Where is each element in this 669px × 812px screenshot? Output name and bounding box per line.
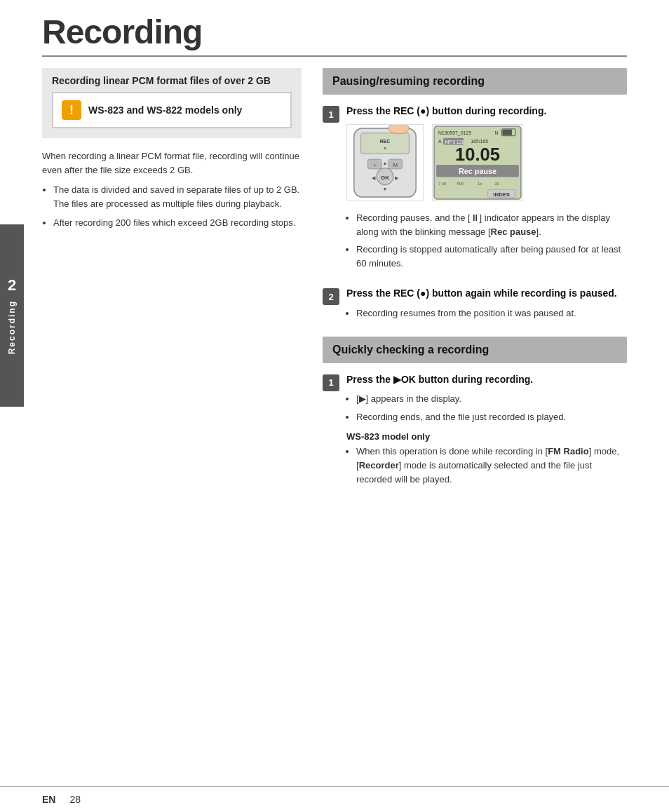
exclamation-icon: ! [62, 100, 81, 120]
svg-text:185/185: 185/185 [471, 138, 488, 143]
svg-text:A: A [438, 138, 442, 143]
bottom-bar: EN 28 [0, 786, 669, 812]
step-3-bullets: [▶] appears in the display. Recording en… [346, 392, 627, 424]
right-column: Pausing/resuming recording 1 Press the R… [323, 68, 627, 503]
step-2-content: Press the REC (●) button again while rec… [346, 287, 627, 324]
recorder-device-svg: REC ● + M OK ▲ ▼ ◀ ▶ [346, 124, 424, 201]
step-2-row: 2 Press the REC (●) button again while r… [323, 287, 627, 324]
language-label: EN [42, 794, 55, 805]
step-3-badge: 1 [323, 374, 339, 391]
side-tab-number: 2 [8, 276, 16, 295]
svg-text:▼: ▼ [383, 187, 388, 191]
main-content: Recording linear PCM format files of ove… [0, 68, 669, 503]
ws-model-bullets: When this operation is done while record… [346, 445, 627, 487]
warning-model-text: WS-823 and WS-822 models only [88, 104, 242, 116]
svg-text:INDEX: INDEX [493, 191, 511, 198]
svg-text:▲: ▲ [383, 161, 388, 165]
svg-text:7.49: 7.49 [438, 182, 446, 186]
svg-text:●: ● [384, 146, 386, 150]
device-images: REC ● + M OK ▲ ▼ ◀ ▶ [346, 124, 627, 201]
step-1-bullet-1: Recording pauses, and the [⏸] indicator … [356, 211, 627, 239]
left-column: Recording linear PCM format files of ove… [42, 68, 302, 503]
svg-rect-19 [502, 129, 512, 135]
svg-text:MP3 128: MP3 128 [445, 139, 465, 144]
step-3-title: Press the ▶OK button during recording. [346, 373, 627, 387]
svg-text:N130507_0125: N130507_0125 [438, 130, 471, 135]
svg-text:N: N [495, 130, 499, 135]
pcm-warning-box: Recording linear PCM format files of ove… [42, 68, 302, 138]
step-2-title: Press the REC (●) button again while rec… [346, 287, 627, 301]
svg-text:Rec pause: Rec pause [459, 166, 496, 175]
side-tab: 2 Recording [0, 224, 24, 407]
step-3-content: Press the ▶OK button during recording. [… [346, 373, 627, 490]
step-1-row: 1 Press the REC (●) button during record… [323, 104, 627, 274]
step-1-badge: 1 [323, 106, 339, 123]
pausing-header: Pausing/resuming recording [323, 68, 627, 95]
svg-text:2k: 2k [495, 182, 499, 186]
step-1-bullet-2: Recording is stopped automatically after… [356, 243, 627, 271]
step-2-bullet-1: Recording resumes from the position it w… [356, 306, 627, 320]
title-divider [42, 55, 627, 57]
svg-point-14 [388, 124, 409, 134]
page-number: 28 [69, 794, 81, 805]
step-3-bullet-1: [▶] appears in the display. [356, 392, 627, 406]
pcm-body-text: When recording a linear PCM format file,… [42, 149, 302, 177]
step-2-badge: 2 [323, 288, 339, 305]
svg-text:+: + [373, 161, 377, 168]
svg-text:OK: OK [381, 174, 389, 180]
step-1-bullets: Recording pauses, and the [⏸] indicator … [346, 211, 627, 271]
svg-text:M: M [393, 161, 398, 168]
pcm-bullet-2: After recording 200 files which exceed 2… [53, 216, 302, 230]
side-tab-label: Recording [7, 300, 17, 354]
pcm-warning-title: Recording linear PCM format files of ove… [52, 75, 292, 86]
ws-model-label: WS-823 model only [346, 431, 627, 442]
display-screen-svg: N130507_0125 N A MP3 128 185/185 10.05 [432, 124, 523, 201]
quickly-header: Quickly checking a recording [323, 337, 627, 363]
ws-model-bullet: When this operation is done while record… [356, 445, 627, 487]
svg-text:REC: REC [380, 138, 391, 143]
step-3-bullet-2: Recording ends, and the file just record… [356, 410, 627, 424]
pcm-bullet-1: The data is divided and saved in separat… [53, 183, 302, 211]
page-title: Recording [0, 0, 669, 51]
svg-text:1k: 1k [478, 182, 482, 186]
step-2-bullets: Recording resumes from the position it w… [346, 306, 627, 320]
svg-text:10.05: 10.05 [455, 144, 500, 164]
step-1-content: Press the REC (●) button during recordin… [346, 104, 627, 274]
step-3-row: 1 Press the ▶OK button during recording.… [323, 373, 627, 490]
svg-text:500: 500 [457, 182, 465, 186]
pcm-bullet-list: The data is divided and saved in separat… [42, 183, 302, 229]
pcm-warning-inner: ! WS-823 and WS-822 models only [52, 92, 292, 128]
step-1-title: Press the REC (●) button during recordin… [346, 104, 627, 119]
